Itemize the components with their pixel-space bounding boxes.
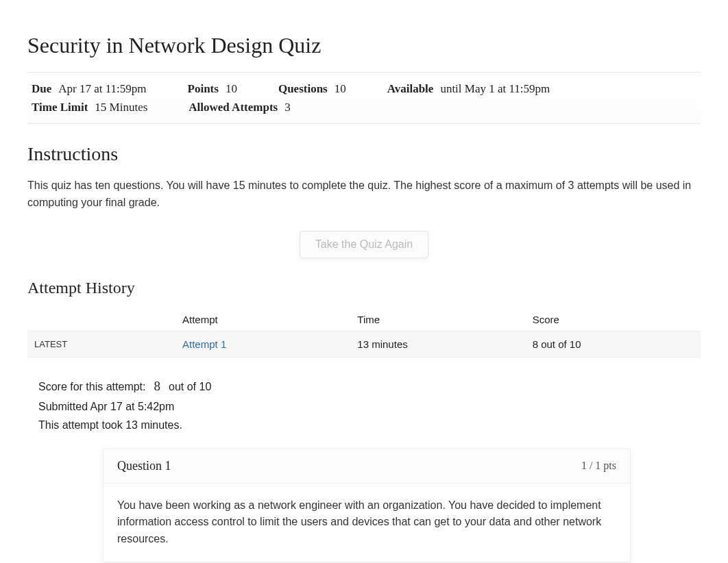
- page-title: Security in Network Design Quiz: [27, 33, 701, 58]
- question-points: 1 / 1 pts: [581, 460, 616, 472]
- time-limit-value: 15 Minutes: [95, 98, 147, 116]
- instructions-text: This quiz has ten questions. You will ha…: [27, 177, 701, 212]
- attempt-history-heading: Attempt History: [27, 279, 701, 297]
- allowed-attempts-value: 3: [284, 98, 291, 116]
- due-label: Due: [32, 79, 51, 98]
- allowed-attempts-label: Allowed Attempts: [189, 98, 278, 116]
- col-score: Score: [526, 308, 701, 331]
- points-label: Points: [188, 79, 219, 98]
- score-label: Score for this attempt:: [38, 377, 146, 396]
- questions-value: 10: [335, 79, 346, 98]
- question-title: Question 1: [117, 459, 171, 473]
- time-limit-label: Time Limit: [32, 98, 88, 116]
- quiz-meta-bar: Due Apr 17 at 11:59pm Points 10 Question…: [27, 72, 701, 124]
- available-value: until May 1 at 11:59pm: [440, 79, 550, 98]
- col-time: Time: [350, 308, 525, 331]
- score-value: 8: [154, 375, 161, 397]
- attempt-history-table: Attempt Time Score LATEST Attempt 1 13 m…: [27, 308, 701, 358]
- score-summary: Score for this attempt: 8 out of 10 Subm…: [27, 374, 701, 443]
- attempt-duration: This attempt took 13 minutes.: [38, 416, 690, 434]
- question-card: Question 1 1 / 1 pts You have been worki…: [103, 449, 631, 562]
- table-header-row: Attempt Time Score: [27, 308, 701, 331]
- questions-label: Questions: [278, 79, 328, 98]
- take-quiz-again-button[interactable]: Take the Quiz Again: [300, 231, 428, 258]
- score-suffix: out of 10: [169, 377, 211, 396]
- question-header: Question 1 1 / 1 pts: [104, 449, 630, 484]
- table-row: LATEST Attempt 1 13 minutes 8 out of 10: [27, 331, 701, 357]
- instructions-heading: Instructions: [27, 143, 701, 165]
- col-attempt: Attempt: [175, 308, 350, 331]
- submitted-time: Submitted Apr 17 at 5:42pm: [38, 397, 690, 416]
- due-value: Apr 17 at 11:59pm: [58, 79, 146, 98]
- attempt-link[interactable]: Attempt 1: [182, 338, 226, 350]
- available-label: Available: [387, 79, 434, 98]
- points-value: 10: [226, 79, 237, 98]
- question-body: You have been working as a network engin…: [104, 484, 630, 562]
- latest-badge: LATEST: [27, 331, 175, 357]
- attempt-time: 13 minutes: [350, 331, 525, 357]
- attempt-score: 8 out of 10: [526, 331, 701, 357]
